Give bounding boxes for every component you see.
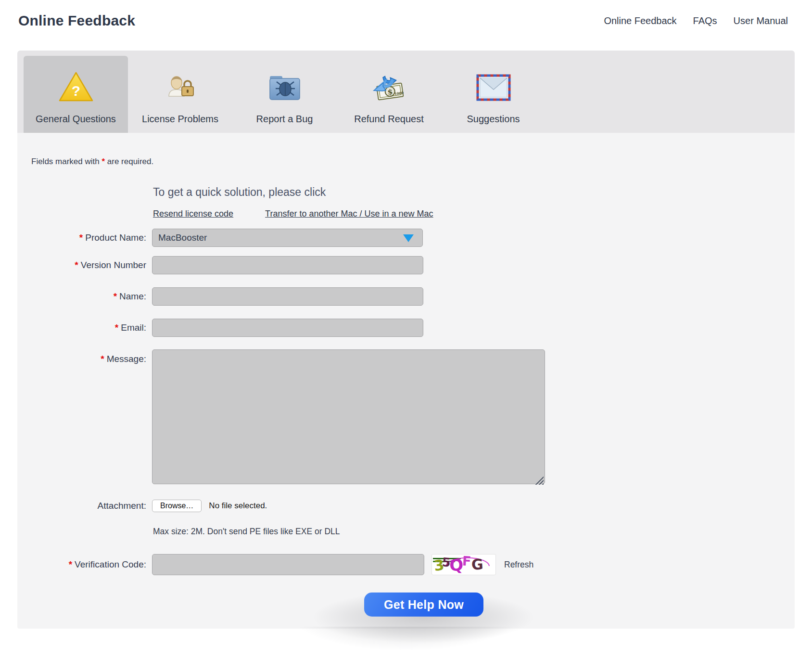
nav-user-manual[interactable]: User Manual <box>734 15 788 26</box>
online-feedback-page: Online Feedback Online Feedback FAQs Use… <box>0 0 812 657</box>
tab-label: Refund Request <box>354 114 424 125</box>
verification-label: Verification Code: <box>75 559 146 569</box>
transfer-mac-link[interactable]: Transfer to another Mac / Use in a new M… <box>265 209 433 219</box>
resend-license-code-link[interactable]: Resend license code <box>153 209 233 219</box>
file-status: No file selected. <box>209 501 267 511</box>
submit-area: Get Help Now <box>17 593 795 617</box>
browse-button[interactable]: Browse… <box>152 500 202 512</box>
form-body: Fields marked with * are required. To ge… <box>17 133 795 629</box>
attachment-hint-row: Max size: 2M. Don't send PE files like E… <box>17 527 795 537</box>
captcha-char: F <box>462 554 471 567</box>
tab-label: General Questions <box>36 114 116 125</box>
version-number-input[interactable] <box>152 256 423 274</box>
email-label: Email: <box>121 322 146 333</box>
main-panel: ? General Questions License Pro <box>17 51 795 629</box>
captcha-char: G <box>471 557 483 572</box>
email-input[interactable] <box>152 319 423 337</box>
page-title: Online Feedback <box>18 13 135 29</box>
tab-label: Suggestions <box>467 114 520 125</box>
quick-solution-links: Resend license code Transfer to another … <box>153 209 795 219</box>
warning-question-icon: ? <box>57 68 95 107</box>
attachment-label: Attachment: <box>98 501 146 511</box>
message-label: Message: <box>107 354 146 364</box>
product-name-row: *Product Name: MacBooster <box>17 229 795 247</box>
tab-label: Report a Bug <box>256 114 313 125</box>
nav-faqs[interactable]: FAQs <box>693 15 717 26</box>
attachment-hint: Max size: 2M. Don't send PE files like E… <box>153 527 795 537</box>
top-nav: Online Feedback FAQs User Manual <box>604 15 788 26</box>
captcha-char: Q <box>449 557 463 573</box>
product-name-value: MacBooster <box>158 232 207 243</box>
name-label: Name: <box>119 291 146 301</box>
svg-text:?: ? <box>71 83 80 99</box>
verification-input[interactable] <box>152 554 424 575</box>
get-help-now-button[interactable]: Get Help Now <box>364 593 483 617</box>
form-rows: *Product Name: MacBooster *Version Numbe… <box>17 229 795 617</box>
bug-folder-icon <box>266 68 304 107</box>
version-number-label: Version Number <box>81 260 146 270</box>
required-note: Fields marked with * are required. <box>31 157 795 167</box>
captcha-image[interactable]: 3 5 Q F G <box>431 554 496 575</box>
tab-suggestions[interactable]: Suggestions <box>441 56 546 133</box>
product-name-select[interactable]: MacBooster <box>152 229 423 247</box>
tab-license-problems[interactable]: License Problems <box>128 56 232 133</box>
email-row: *Email: <box>17 319 795 337</box>
tab-general-questions[interactable]: ? General Questions <box>24 56 128 133</box>
airmail-envelope-icon <box>474 68 513 107</box>
name-input[interactable] <box>152 287 423 306</box>
attachment-row: Attachment: Browse… No file selected. <box>17 500 795 512</box>
tab-label: License Problems <box>142 114 218 125</box>
message-row: *Message: <box>17 349 795 486</box>
quick-solution-heading: To get a quick solution, please click <box>153 186 795 199</box>
tab-refund-request[interactable]: $ 1000 Refund Request <box>337 56 441 133</box>
tab-bar: ? General Questions License Pro <box>17 51 795 133</box>
product-name-label: Product Name: <box>85 232 146 243</box>
money-refund-icon: $ 1000 <box>370 68 408 107</box>
verification-row: *Verification Code: 3 5 Q F G <box>17 554 795 575</box>
captcha-refresh-link[interactable]: Refresh <box>504 560 533 570</box>
user-lock-icon <box>161 68 200 107</box>
version-number-row: *Version Number <box>17 256 795 274</box>
tab-report-a-bug[interactable]: Report a Bug <box>232 56 337 133</box>
chevron-down-icon <box>403 234 414 242</box>
nav-online-feedback[interactable]: Online Feedback <box>604 15 676 26</box>
message-textarea[interactable] <box>152 349 545 484</box>
header: Online Feedback Online Feedback FAQs Use… <box>0 0 812 29</box>
name-row: *Name: <box>17 287 795 306</box>
